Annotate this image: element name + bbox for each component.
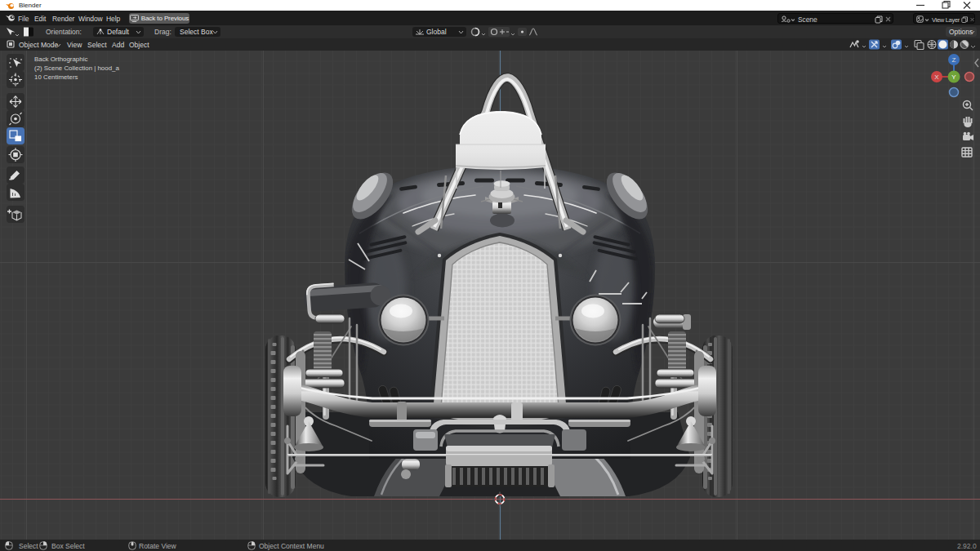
svg-text:X: X [934, 73, 939, 81]
svg-text:Y: Y [951, 73, 956, 81]
svg-text:Z: Z [952, 56, 956, 64]
